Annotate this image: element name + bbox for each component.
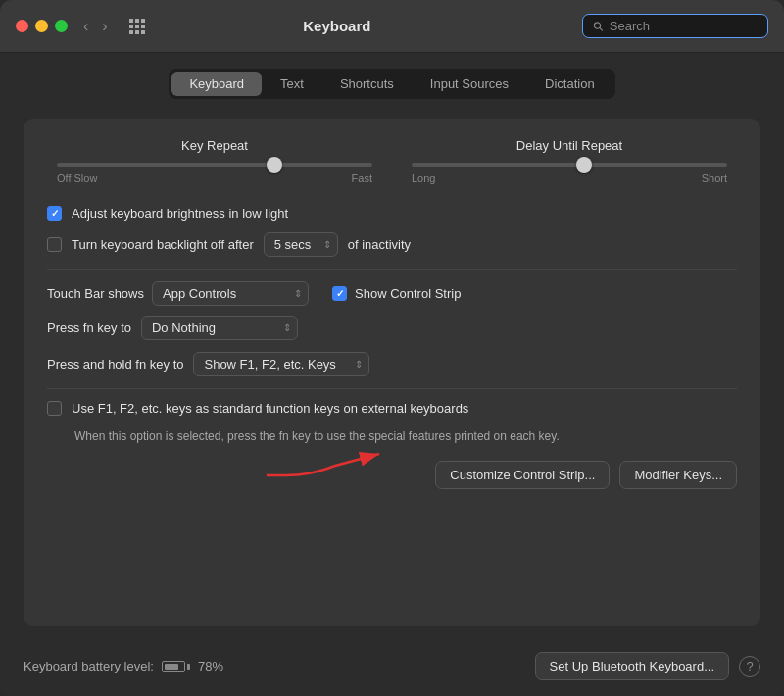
customize-control-strip-button[interactable]: Customize Control Strip... <box>435 461 610 489</box>
fkeys-checkbox[interactable] <box>47 401 62 416</box>
battery-body <box>162 661 185 672</box>
key-repeat-max-label: Fast <box>352 173 372 184</box>
delay-repeat-max-label: Short <box>702 173 727 184</box>
fkeys-row: Use F1, F2, etc. keys as standard functi… <box>47 401 737 416</box>
tab-shortcuts[interactable]: Shortcuts <box>322 72 412 96</box>
tab-keyboard[interactable]: Keyboard <box>172 72 262 96</box>
backlight-suffix: of inactivity <box>348 237 411 252</box>
delay-repeat-group: Delay Until Repeat Long Short <box>412 138 727 184</box>
battery-fill <box>165 664 178 670</box>
back-button[interactable]: ‹ <box>79 17 92 36</box>
battery-percent: 78% <box>198 659 223 673</box>
settings-panel: Key Repeat Off Slow Fast Delay Until Rep… <box>24 119 760 626</box>
fn-key-select[interactable]: Do Nothing <box>141 316 298 340</box>
show-control-strip-checkbox[interactable] <box>332 286 347 301</box>
key-repeat-label: Key Repeat <box>181 138 248 153</box>
tab-bar: Keyboard Text Shortcuts Input Sources Di… <box>169 69 614 99</box>
minimize-button[interactable] <box>35 20 48 32</box>
delay-repeat-slider[interactable] <box>412 163 727 167</box>
brightness-label: Adjust keyboard brightness in low light <box>72 206 288 221</box>
search-input[interactable] <box>610 19 758 33</box>
backlight-checkbox[interactable] <box>47 237 62 252</box>
tab-input-sources[interactable]: Input Sources <box>413 72 526 96</box>
search-icon <box>593 21 604 32</box>
bottom-buttons: Set Up Bluetooth Keyboard... ? <box>535 652 760 680</box>
touchbar-label: Touch Bar shows <box>47 286 144 301</box>
touchbar-row: Touch Bar shows App Controls Show Contro… <box>47 281 737 306</box>
tab-dictation[interactable]: Dictation <box>527 72 612 96</box>
battery-label: Keyboard battery level: <box>24 659 154 673</box>
red-arrow-annotation <box>257 436 394 485</box>
battery-icon <box>162 661 190 672</box>
fn-key-row: Press fn key to Do Nothing <box>47 316 737 340</box>
titlebar: ‹ › Keyboard <box>0 0 784 53</box>
search-box[interactable] <box>582 14 768 38</box>
help-button[interactable]: ? <box>739 656 760 677</box>
delay-repeat-scale: Long Short <box>412 173 727 184</box>
tabs-bar: Keyboard Text Shortcuts Input Sources Di… <box>24 69 760 99</box>
bluetooth-keyboard-button[interactable]: Set Up Bluetooth Keyboard... <box>535 652 729 680</box>
fkeys-label: Use F1, F2, etc. keys as standard functi… <box>72 401 468 416</box>
modifier-keys-button[interactable]: Modifier Keys... <box>619 461 737 489</box>
tab-text[interactable]: Text <box>263 72 321 96</box>
touchbar-select[interactable]: App Controls <box>152 281 309 306</box>
traffic-lights <box>16 20 68 32</box>
delay-repeat-min-label: Long <box>412 173 435 184</box>
touchbar-select-wrapper: App Controls <box>152 281 309 306</box>
fkeys-info: When this option is selected, press the … <box>74 427 737 445</box>
close-button[interactable] <box>16 20 28 32</box>
battery-tip <box>187 664 190 670</box>
brightness-checkbox[interactable] <box>47 206 62 221</box>
divider-1 <box>47 269 737 270</box>
divider-2 <box>47 388 737 389</box>
fn-hold-row: Press and hold fn key to Show F1, F2, et… <box>47 352 737 376</box>
key-repeat-min-label: Off Slow <box>57 173 97 184</box>
backlight-duration-select[interactable]: 5 secs <box>264 232 338 257</box>
content-area: Keyboard Text Shortcuts Input Sources Di… <box>0 53 784 642</box>
keyboard-preferences-window: ‹ › Keyboard Keyboard Text Shortcuts Inp… <box>0 0 784 696</box>
svg-line-1 <box>600 27 602 29</box>
fn-key-label: Press fn key to <box>47 321 131 335</box>
backlight-row: Turn keyboard backlight off after 5 secs… <box>47 232 737 257</box>
delay-repeat-label: Delay Until Repeat <box>516 138 622 153</box>
backlight-duration-wrapper: 5 secs <box>264 232 338 257</box>
bottom-panel: Keyboard battery level: 78% Set Up Bluet… <box>0 642 784 696</box>
fn-hold-label: Press and hold fn key to <box>47 357 183 372</box>
brightness-row: Adjust keyboard brightness in low light <box>47 206 737 221</box>
show-control-strip-label: Show Control Strip <box>355 286 461 301</box>
fn-hold-select[interactable]: Show F1, F2, etc. Keys <box>193 352 369 376</box>
key-repeat-group: Key Repeat Off Slow Fast <box>57 138 372 184</box>
window-title: Keyboard <box>104 18 570 34</box>
key-repeat-scale: Off Slow Fast <box>57 173 372 184</box>
key-repeat-slider[interactable] <box>57 163 372 167</box>
fn-hold-wrapper: Show F1, F2, etc. Keys <box>193 352 369 376</box>
backlight-label: Turn keyboard backlight off after <box>72 237 254 252</box>
maximize-button[interactable] <box>55 20 68 32</box>
sliders-row: Key Repeat Off Slow Fast Delay Until Rep… <box>47 138 737 184</box>
battery-status: Keyboard battery level: 78% <box>24 659 223 673</box>
fn-key-wrapper: Do Nothing <box>141 316 298 340</box>
